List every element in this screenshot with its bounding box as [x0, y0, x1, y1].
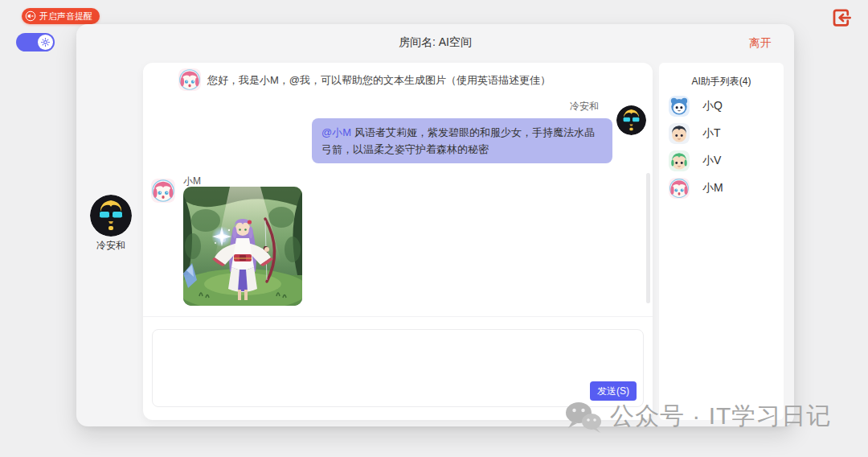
message-input[interactable]	[153, 330, 643, 380]
room-title: 房间名: AI空间	[399, 35, 472, 50]
sidebar-item-assistant-m[interactable]: 小M	[659, 175, 784, 202]
wechat-icon	[565, 401, 602, 433]
room-header: 房间名: AI空间	[76, 24, 794, 61]
watermark-text: 公众号 · IT学习日记	[610, 400, 831, 433]
assistant-sidebar: AI助手列表(4) 小Q	[659, 63, 784, 420]
mention-tag: @小M	[321, 126, 351, 138]
exit-door-icon	[829, 6, 854, 30]
speaker-muted-icon	[25, 10, 36, 22]
theme-toggle[interactable]	[16, 33, 55, 51]
send-button[interactable]: 发送(S)	[590, 381, 637, 401]
bot-greeting-text: 您好，我是小M，@我，可以帮助您的文本生成图片（使用英语描述更佳）	[207, 73, 551, 88]
assistant-m-avatar	[669, 178, 690, 199]
sidebar-item-assistant-q[interactable]: 小Q	[659, 93, 784, 120]
sun-icon	[41, 38, 50, 47]
user-message-sender: 冷安和	[570, 100, 599, 113]
user-message-bubble: @小M风语者艾莉娅，紫发碧眼的和服少女，手持魔法水晶弓箭，以温柔之姿守护着森林的…	[312, 118, 612, 163]
assistant-list: 小Q 小T	[659, 93, 784, 202]
assistant-m-avatar	[178, 68, 201, 91]
user-message-avatar	[616, 105, 646, 135]
assistant-name: 小Q	[702, 99, 723, 113]
assistant-name: 小V	[702, 154, 721, 168]
assistant-m-avatar	[151, 179, 175, 203]
watermark: 公众号 · IT学习日记	[565, 400, 831, 433]
toggle-knob	[38, 35, 53, 50]
exit-room-button[interactable]	[829, 5, 854, 31]
enable-sound-alert-label: 开启声音提醒	[39, 10, 92, 23]
assistant-v-avatar	[669, 150, 690, 171]
message-list: 您好，我是小M，@我，可以帮助您的文本生成图片（使用英语描述更佳） 冷安和 @小…	[143, 63, 653, 316]
chat-panel: 您好，我是小M，@我，可以帮助您的文本生成图片（使用英语描述更佳） 冷安和 @小…	[143, 63, 653, 420]
generated-image[interactable]	[183, 187, 302, 306]
enable-sound-alert-button[interactable]: 开启声音提醒	[22, 8, 100, 24]
assistant-name: 小M	[702, 181, 723, 196]
member-avatar	[90, 195, 132, 237]
user-message-text: 风语者艾莉娅，紫发碧眼的和服少女，手持魔法水晶弓箭，以温柔之姿守护着森林的秘密	[321, 126, 595, 155]
sidebar-item-assistant-t[interactable]: 小T	[659, 120, 784, 147]
sidebar-item-assistant-v[interactable]: 小V	[659, 147, 784, 175]
assistant-name: 小T	[702, 126, 721, 141]
member-name: 冷安和	[76, 239, 145, 253]
message-input-area: 发送(S)	[152, 329, 644, 407]
input-divider	[143, 316, 653, 317]
chat-room-modal: 房间名: AI空间 离开 冷安和	[76, 24, 794, 426]
assistant-list-title: AI助手列表(4)	[659, 75, 784, 89]
chat-scrollbar-thumb[interactable]	[646, 173, 650, 303]
assistant-t-avatar	[669, 123, 690, 144]
assistant-q-avatar	[669, 96, 690, 117]
leave-room-button[interactable]: 离开	[749, 36, 772, 51]
